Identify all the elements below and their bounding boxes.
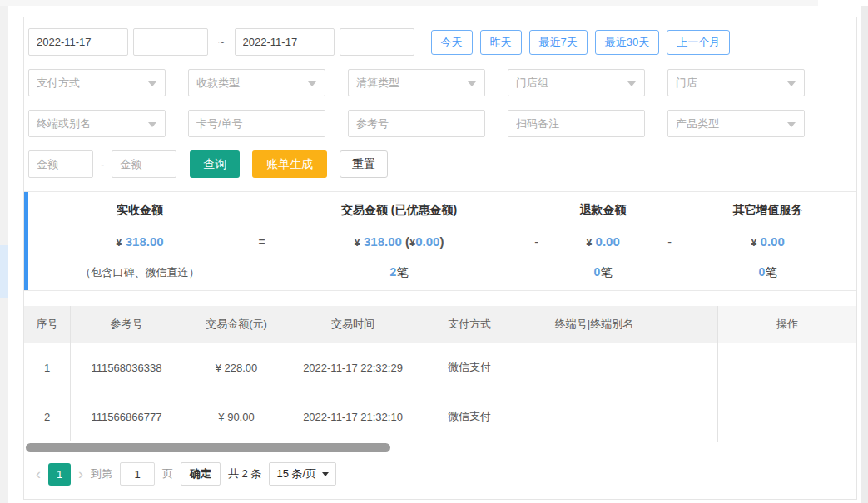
collection-type-select[interactable]: 收款类型 <box>188 69 325 96</box>
reference-no-input[interactable] <box>348 110 485 137</box>
terminal-or-alias-placeholder: 终端或别名 <box>37 116 91 131</box>
summary-minus-operator: - <box>659 203 680 280</box>
store-group-select[interactable]: 门店组 <box>508 69 645 96</box>
product-type-select[interactable]: 产品类型 <box>667 110 805 137</box>
scan-remark-input[interactable] <box>508 110 645 137</box>
yen-symbol: ¥ <box>116 236 122 249</box>
summary-minus-operator: - <box>526 203 547 280</box>
header-action: 操作 <box>718 306 856 343</box>
reset-button[interactable]: 重置 <box>340 150 388 178</box>
yesterday-button[interactable]: 昨天 <box>480 30 522 55</box>
chevron-down-icon <box>148 81 156 86</box>
chevron-down-icon <box>787 81 796 86</box>
store-select[interactable]: 门店 <box>667 69 805 96</box>
summary-transaction-count: 2笔 <box>390 265 409 280</box>
summary-refund-value: ¥ 0.00 <box>586 234 620 249</box>
amount-range-separator: - <box>101 158 104 170</box>
summary-panel: 实收金额 ¥ 318.00 （包含口碑、微信直连） = 交易金额 (已优惠金额)… <box>24 191 856 291</box>
cell-amount: ¥ 228.00 <box>182 362 290 374</box>
end-time-input[interactable] <box>340 28 414 56</box>
goto-page-suffix: 页 <box>162 466 173 481</box>
cell-no: 2 <box>24 392 71 441</box>
start-time-input[interactable] <box>133 28 208 56</box>
transaction-query-panel: ~ 今天 昨天 最近7天 最近30天 上一个月 支付方式 收款类型 清算类型 门… <box>23 17 857 500</box>
cell-amount: ¥ 90.00 <box>182 411 290 423</box>
table-header-row: 序号 参考号 交易金额(元) 交易时间 支付方式 终端号|终端别名 门店 <box>24 306 790 343</box>
summary-equals-operator: = <box>251 203 272 280</box>
chevron-down-icon <box>308 81 316 86</box>
summary-transaction: 交易金额 (已优惠金额) ¥ 318.00 (¥0.00) 2笔 <box>272 203 526 280</box>
discount-amount: 0.00 <box>415 234 439 249</box>
query-button[interactable]: 查询 <box>190 150 240 178</box>
generate-bill-button[interactable]: 账单生成 <box>252 150 327 178</box>
summary-other-services: 其它增值服务 ¥ 0.00 0笔 <box>680 203 856 280</box>
cell-reference: 111568036338 <box>71 362 182 374</box>
header-amount: 交易金额(元) <box>182 317 290 332</box>
cell-time: 2022-11-17 21:32:10 <box>290 411 415 423</box>
summary-received-value: ¥ 318.00 <box>116 234 163 249</box>
goto-page-input[interactable] <box>120 462 155 486</box>
amount-action-row: - 查询 账单生成 重置 <box>28 150 852 178</box>
count-unit: 笔 <box>765 265 776 279</box>
chevron-down-icon <box>468 81 476 86</box>
chevron-down-icon <box>148 122 156 127</box>
action-cell <box>718 343 856 392</box>
confirm-page-button[interactable]: 确定 <box>181 462 221 486</box>
page-scrollbar-track[interactable] <box>861 6 868 503</box>
sidebar-active-item-edge <box>0 245 8 298</box>
date-range-separator: ~ <box>218 36 225 48</box>
settlement-type-placeholder: 清算类型 <box>356 76 399 91</box>
yen-symbol: ¥ <box>751 236 756 249</box>
header-terminal: 终端号|终端别名 <box>523 317 665 332</box>
start-date-input[interactable] <box>28 28 128 56</box>
paren-close: ) <box>439 234 444 249</box>
current-page-button[interactable]: 1 <box>48 463 71 486</box>
summary-transaction-value: ¥ 318.00 (¥0.00) <box>355 234 444 249</box>
last-month-button[interactable]: 上一个月 <box>667 30 730 55</box>
cell-reference: 111566866777 <box>71 411 182 423</box>
filter-row-selects: 支付方式 收款类型 清算类型 门店组 门店 <box>28 69 852 96</box>
last-30-days-button[interactable]: 最近30天 <box>595 30 659 55</box>
amount-min-input[interactable] <box>28 150 93 178</box>
refund-amount: 0.00 <box>596 234 620 249</box>
transaction-amount: 318.00 <box>364 234 402 249</box>
settlement-type-select[interactable]: 清算类型 <box>348 69 485 96</box>
header-method: 支付方式 <box>415 317 523 332</box>
chevron-down-icon <box>787 122 796 127</box>
summary-received-note: （包含口碑、微信直连） <box>81 265 200 280</box>
count-unit: 笔 <box>600 265 612 279</box>
header-time: 交易时间 <box>290 317 415 332</box>
table-row: 1 111568036338 ¥ 228.00 2022-11-17 22:32… <box>24 343 790 392</box>
amount-max-input[interactable] <box>112 150 176 178</box>
last-7-days-button[interactable]: 最近7天 <box>529 30 588 55</box>
action-cell <box>718 392 856 441</box>
yen-symbol: ¥ <box>586 236 592 249</box>
top-edge-strip <box>0 0 818 6</box>
today-button[interactable]: 今天 <box>431 30 473 55</box>
summary-accent-bar <box>24 192 28 290</box>
header-no: 序号 <box>24 306 71 343</box>
card-or-order-no-input[interactable] <box>188 110 325 137</box>
cell-time: 2022-11-17 22:32:29 <box>290 362 415 374</box>
end-date-input[interactable] <box>235 28 335 56</box>
cell-method: 微信支付 <box>415 360 523 375</box>
table-row: 2 111566866777 ¥ 90.00 2022-11-17 21:32:… <box>24 392 790 441</box>
other-amount: 0.00 <box>761 234 785 249</box>
received-amount: 318.00 <box>126 234 164 249</box>
summary-transaction-label: 交易金额 (已优惠金额) <box>341 203 457 218</box>
terminal-or-alias-select[interactable]: 终端或别名 <box>28 110 166 137</box>
payment-method-placeholder: 支付方式 <box>37 76 80 91</box>
summary-received-label: 实收金额 <box>117 203 163 218</box>
fixed-action-column: 操作 <box>717 306 856 442</box>
pagination-bar: ‹ 1 › 到第 页 确定 共 2 条 15 条/页 <box>24 462 856 486</box>
payment-method-select[interactable]: 支付方式 <box>28 69 166 96</box>
transactions-table: 序号 参考号 交易金额(元) 交易时间 支付方式 终端号|终端别名 门店 1 1… <box>24 306 856 452</box>
page-size-select[interactable]: 15 条/页 <box>269 462 336 486</box>
next-page-icon[interactable]: › <box>78 466 83 481</box>
summary-refund: 退款金额 ¥ 0.00 0笔 <box>547 203 659 280</box>
prev-page-icon[interactable]: ‹ <box>36 466 41 481</box>
horizontal-scrollbar-track <box>24 443 856 452</box>
summary-other-value: ¥ 0.00 <box>751 234 785 249</box>
horizontal-scrollbar-thumb[interactable] <box>26 443 390 452</box>
chevron-down-icon <box>322 472 329 476</box>
